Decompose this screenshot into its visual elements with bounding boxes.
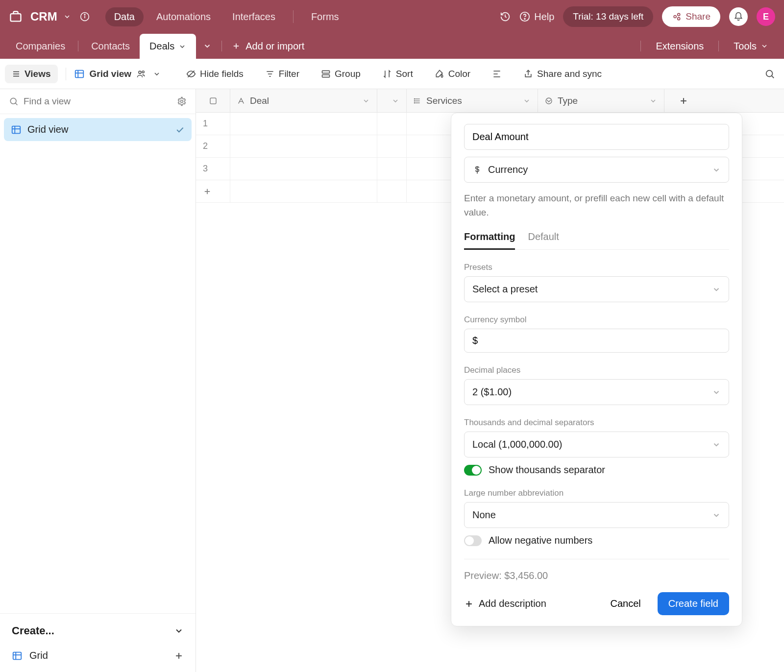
- sort-label: Sort: [396, 69, 413, 79]
- svg-rect-23: [322, 71, 330, 73]
- currency-symbol-input[interactable]: [464, 329, 729, 353]
- svg-point-28: [766, 70, 773, 76]
- info-icon[interactable]: [80, 12, 90, 22]
- decimal-places-select[interactable]: 2 ($1.00): [464, 379, 729, 405]
- field-type-select[interactable]: Currency: [464, 157, 729, 183]
- sidebar-view-item[interactable]: Grid view: [4, 118, 192, 141]
- column-header-type-label: Type: [558, 96, 578, 106]
- cancel-button[interactable]: Cancel: [601, 592, 649, 615]
- svg-point-30: [10, 98, 16, 104]
- nav-automations[interactable]: Automations: [147, 7, 220, 26]
- svg-point-3: [84, 14, 85, 15]
- tab-contacts[interactable]: Contacts: [81, 34, 140, 59]
- grid-icon: [11, 124, 22, 135]
- create-field-button[interactable]: Create field: [658, 592, 729, 615]
- chevron-down-icon[interactable]: [63, 13, 71, 21]
- grid-icon: [12, 650, 23, 661]
- abbreviation-value: None: [472, 509, 496, 521]
- cell[interactable]: [377, 113, 407, 135]
- allow-negative-toggle[interactable]: [464, 535, 482, 546]
- show-thousands-label: Show thousands separator: [489, 464, 605, 476]
- sort-button[interactable]: Sort: [377, 66, 418, 82]
- tab-default[interactable]: Default: [528, 231, 559, 249]
- chevron-down-icon: [712, 166, 721, 174]
- group-label: Group: [335, 69, 361, 79]
- tab-deals[interactable]: Deals: [140, 34, 196, 59]
- tab-companies[interactable]: Companies: [6, 34, 75, 59]
- view-toolbar: Views Grid view Hide fields Filter Group…: [0, 59, 784, 89]
- find-view-input[interactable]: [24, 96, 172, 107]
- show-thousands-toggle[interactable]: [464, 465, 482, 476]
- chevron-down-icon: [174, 626, 184, 636]
- views-toggle[interactable]: Views: [5, 65, 58, 83]
- chevron-down-icon: [712, 440, 721, 449]
- svg-point-8: [678, 18, 680, 20]
- hide-fields-button[interactable]: Hide fields: [181, 66, 248, 82]
- filter-button[interactable]: Filter: [260, 66, 304, 82]
- views-label: Views: [24, 69, 51, 79]
- create-label: Create...: [12, 624, 54, 637]
- nav-data[interactable]: Data: [105, 7, 144, 26]
- chevron-down-icon[interactable]: [649, 97, 657, 105]
- separators-select[interactable]: Local (1,000,000.00): [464, 432, 729, 457]
- color-button[interactable]: Color: [430, 66, 475, 82]
- nav-forms[interactable]: Forms: [302, 7, 348, 26]
- trial-badge[interactable]: Trial: 13 days left: [563, 6, 653, 27]
- presets-select[interactable]: Select a preset: [464, 276, 729, 302]
- decimal-places-label: Decimal places: [464, 365, 729, 375]
- plus-icon[interactable]: [174, 651, 184, 661]
- select-all-checkbox[interactable]: [196, 89, 230, 112]
- share-sync-button[interactable]: Share and sync: [518, 66, 607, 82]
- group-button[interactable]: Group: [316, 66, 366, 82]
- svg-line-31: [15, 103, 17, 105]
- app-name[interactable]: CRM: [30, 10, 57, 24]
- create-view-toggle[interactable]: Create...: [0, 614, 196, 642]
- column-header-deal[interactable]: Deal: [230, 89, 377, 112]
- tab-deals-label: Deals: [149, 41, 174, 52]
- chevron-down-icon[interactable]: [523, 97, 531, 105]
- presets-label: Presets: [464, 263, 729, 272]
- tab-overflow-button[interactable]: [196, 37, 219, 55]
- user-avatar[interactable]: E: [757, 7, 775, 26]
- presets-value: Select a preset: [472, 284, 538, 295]
- notifications-button[interactable]: [729, 7, 748, 26]
- row-number: 2: [196, 135, 230, 157]
- column-header-blank[interactable]: [377, 89, 407, 112]
- row-height-button[interactable]: [487, 66, 507, 82]
- tools-label: Tools: [734, 41, 757, 52]
- add-description-button[interactable]: Add description: [464, 598, 546, 609]
- svg-rect-14: [75, 70, 83, 77]
- color-label: Color: [448, 69, 470, 79]
- chevron-down-icon[interactable]: [392, 97, 399, 105]
- share-button[interactable]: Share: [662, 6, 720, 27]
- column-header-type[interactable]: Type: [538, 89, 664, 112]
- cell[interactable]: [377, 158, 407, 180]
- tools-button[interactable]: Tools: [727, 37, 775, 56]
- cell[interactable]: [377, 135, 407, 157]
- divider: [66, 68, 66, 80]
- help-button[interactable]: Help: [519, 11, 554, 23]
- add-or-import-button[interactable]: Add or import: [225, 36, 311, 57]
- cell[interactable]: [230, 113, 377, 135]
- field-name-input[interactable]: [464, 124, 729, 150]
- add-column-button[interactable]: [664, 89, 703, 112]
- briefcase-icon: [9, 10, 23, 24]
- search-button[interactable]: [760, 65, 779, 83]
- cell[interactable]: [230, 135, 377, 157]
- column-header-services[interactable]: Services: [407, 89, 538, 112]
- nav-interfaces[interactable]: Interfaces: [223, 7, 284, 26]
- cell[interactable]: [230, 158, 377, 180]
- gear-icon[interactable]: [177, 96, 187, 106]
- extensions-button[interactable]: Extensions: [649, 37, 710, 56]
- check-icon: [175, 125, 185, 135]
- create-grid-view[interactable]: Grid: [0, 642, 196, 672]
- chevron-down-icon[interactable]: [362, 97, 370, 105]
- tab-formatting[interactable]: Formatting: [464, 231, 515, 250]
- svg-point-7: [678, 13, 680, 16]
- current-view-button[interactable]: Grid view: [74, 69, 161, 79]
- chevron-down-icon: [712, 511, 721, 520]
- help-label: Help: [534, 11, 554, 23]
- svg-point-5: [524, 19, 525, 20]
- abbreviation-select[interactable]: None: [464, 502, 729, 528]
- history-icon[interactable]: [500, 11, 511, 22]
